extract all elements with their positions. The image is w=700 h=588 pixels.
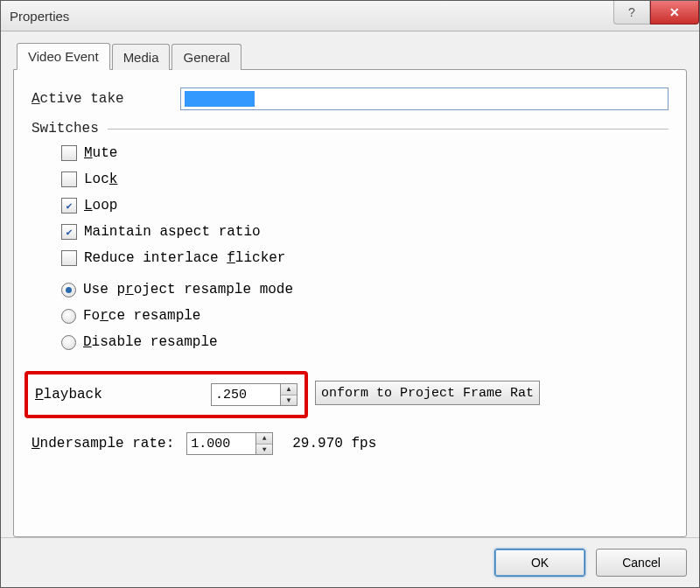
conform-frame-rate-button[interactable]: onform to Project Frame Rat [315, 381, 540, 405]
spin-up-icon[interactable]: ▲ [256, 433, 272, 444]
checkbox-icon: ✔ [61, 224, 77, 240]
properties-dialog: Properties ? ✕ Video Event Media General… [0, 0, 700, 588]
checkbox-icon: ✔ [61, 198, 77, 214]
spin-down-icon[interactable]: ▼ [281, 396, 297, 406]
dialog-footer: OK Cancel [1, 537, 699, 587]
spin-down-icon[interactable]: ▼ [256, 444, 272, 455]
check-loop[interactable]: ✔ Loop [61, 198, 668, 214]
check-mute[interactable]: Mute [61, 145, 668, 161]
tabstrip: Video Event Media General [17, 42, 687, 69]
tab-panel-video-event: Active take Switches Mute Lock ✔ [13, 69, 687, 537]
radio-project-resample[interactable]: Use project resample mode [61, 282, 668, 298]
label-active-take: Active take [32, 91, 180, 107]
label-aspect: Maintain aspect ratio [84, 224, 261, 240]
conform-label: onform to Project Frame Rat [321, 386, 534, 401]
playback-highlight: Playback ▲ ▼ [24, 371, 308, 418]
group-switches: Switches [32, 121, 668, 136]
ok-button[interactable]: OK [494, 549, 585, 577]
check-lock[interactable]: Lock [61, 172, 668, 187]
label-disable-resample: Disable resample [83, 334, 218, 350]
close-icon: ✕ [669, 5, 680, 19]
window-title: Properties [1, 9, 69, 24]
checkbox-icon [61, 250, 77, 266]
row-active-take: Active take [32, 88, 668, 110]
tab-general[interactable]: General [172, 44, 241, 70]
label-force-resample: Force resample [83, 308, 200, 324]
radio-icon [61, 283, 76, 298]
radio-icon [61, 335, 76, 350]
client-area: Video Event Media General Active take Sw… [1, 32, 699, 537]
label-lock: Lock [84, 172, 117, 187]
playback-spinner[interactable]: ▲ ▼ [211, 383, 298, 406]
active-take-input[interactable] [180, 88, 668, 110]
label-playback: Playback [35, 387, 204, 402]
tab-media[interactable]: Media [112, 44, 171, 70]
undersample-value[interactable] [186, 432, 256, 455]
spin-buttons[interactable]: ▲ ▼ [256, 432, 273, 455]
spin-buttons[interactable]: ▲ ▼ [280, 383, 298, 406]
label-flicker: Reduce interlace flicker [84, 250, 285, 266]
label-undersample: Undersample rate: [32, 436, 174, 452]
label-switches: Switches [32, 121, 99, 136]
spin-up-icon[interactable]: ▲ [281, 384, 297, 396]
close-button[interactable]: ✕ [650, 1, 699, 24]
radio-disable-resample[interactable]: Disable resample [61, 334, 668, 350]
help-button[interactable]: ? [613, 1, 650, 24]
tab-video-event[interactable]: Video Event [17, 43, 110, 70]
label-loop: Loop [84, 198, 117, 214]
row-undersample: Undersample rate: ▲ ▼ 29.970 fps [32, 432, 668, 455]
playback-value[interactable] [211, 383, 280, 406]
cancel-button[interactable]: Cancel [596, 549, 687, 577]
active-take-selection [185, 91, 255, 107]
titlebar: Properties ? ✕ [1, 1, 699, 32]
divider-switches [108, 129, 668, 130]
radio-force-resample[interactable]: Force resample [61, 308, 668, 324]
undersample-spinner[interactable]: ▲ ▼ [186, 432, 273, 455]
radio-icon [61, 309, 76, 324]
label-mute: Mute [84, 145, 117, 161]
check-flicker[interactable]: Reduce interlace flicker [61, 250, 668, 266]
help-icon: ? [628, 5, 635, 19]
label-project-resample: Use project resample mode [83, 282, 293, 298]
checkbox-icon [61, 172, 77, 187]
fps-display: 29.970 fps [292, 436, 376, 452]
check-aspect[interactable]: ✔ Maintain aspect ratio [61, 224, 668, 240]
checkbox-icon [61, 145, 77, 161]
title-controls: ? ✕ [613, 1, 699, 24]
